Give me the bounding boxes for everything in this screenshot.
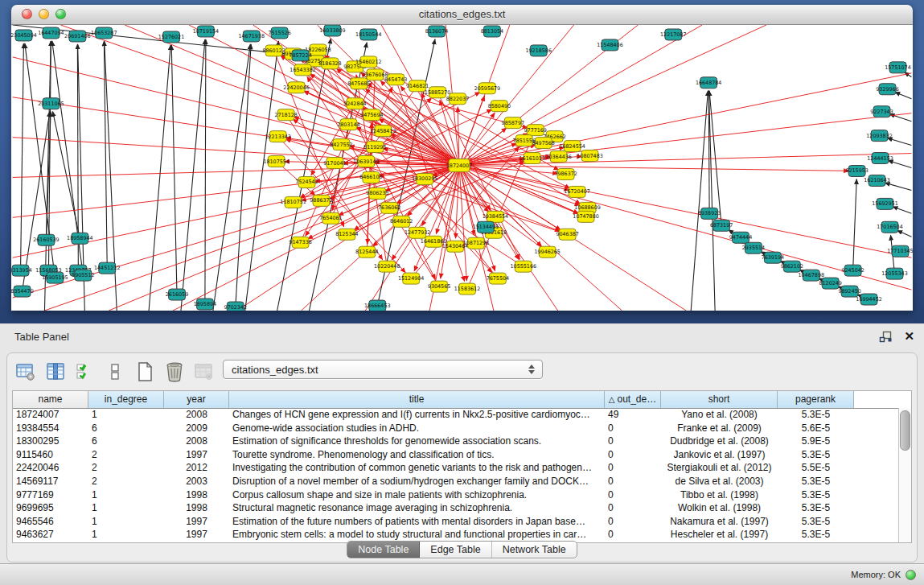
table-cell: 2	[88, 448, 164, 462]
column-header-short[interactable]: short	[661, 391, 778, 408]
graph-node-label: 12458413	[370, 128, 396, 134]
column-header-year[interactable]: year	[164, 391, 229, 408]
tab-network-table[interactable]: Network Table	[492, 542, 577, 558]
delete-table-icon[interactable]	[162, 360, 187, 383]
table-cell: 0	[605, 528, 661, 542]
table-row[interactable]: 977716911998Corpus callosum shape and si…	[13, 488, 899, 502]
table-row[interactable]: 1872400712008Changes of HCN gene express…	[13, 408, 899, 422]
table-cell: Investigating the contribution of common…	[229, 461, 605, 475]
graph-node-label: 8427552	[330, 142, 352, 148]
tab-node-table[interactable]: Node Table	[347, 542, 420, 558]
minimize-window-icon[interactable]	[39, 9, 49, 19]
table-cell: Tourette syndrome. Phenomenology and cla…	[229, 448, 605, 462]
graph-node-label: 16447094	[38, 30, 64, 36]
table-cell: 1997	[164, 528, 229, 542]
column-header-out_de[interactable]: △out_de…	[605, 391, 661, 408]
table-cell: 1	[88, 408, 164, 422]
graph-node-label: 18724007	[446, 163, 472, 169]
table-cell: 2008	[164, 408, 229, 422]
tab-edge-table[interactable]: Edge Table	[420, 542, 491, 558]
table-row[interactable]: 946554611997Estimation of the future num…	[13, 515, 899, 529]
graph-edge	[21, 43, 24, 270]
table-cell: Structural magnetic resonance image aver…	[229, 501, 605, 515]
graph-node-label: 15124904	[398, 275, 424, 282]
row-height-icon[interactable]	[103, 360, 127, 383]
table-vertical-scrollbar[interactable]	[898, 408, 911, 542]
graph-node-label: 8354470	[11, 288, 34, 295]
zoom-window-icon[interactable]	[55, 9, 66, 19]
column-header-title[interactable]: title	[229, 391, 605, 408]
table-cell: de Silva et al. (2003)	[661, 475, 778, 488]
table-cell: 5.5E-5	[778, 461, 854, 475]
table-cell: 2	[88, 475, 164, 488]
table-cell: 9777169	[13, 488, 88, 502]
show-columns-icon[interactable]	[43, 360, 68, 383]
table-cell: 5.6E-5	[778, 422, 854, 435]
graph-node-label: 16994452	[856, 296, 881, 303]
table-row[interactable]: 1830029562008Estimation of significance …	[13, 435, 899, 448]
column-header-name[interactable]: name	[13, 391, 88, 408]
table-cell: 1	[88, 528, 164, 542]
table-cell: 0	[605, 461, 661, 475]
table-selector-dropdown[interactable]: citations_edges.txt	[223, 360, 543, 379]
cytoscape-screen: citations_edges.txt 18724007886012389129…	[0, 0, 924, 585]
graph-node-label: 8938923	[698, 210, 721, 216]
table-row[interactable]: 969969511998Structural magnetic resonanc…	[13, 501, 899, 515]
graph-edge	[171, 45, 177, 295]
table-cell: 1997	[164, 448, 229, 462]
table-row[interactable]: 911546021997Tourette syndrome. Phenomeno…	[13, 448, 899, 462]
table-cell: 5.3E-5	[778, 515, 854, 529]
graph-node-label: 20364436	[545, 154, 571, 160]
graph-edge	[893, 207, 912, 214]
graph-edge	[887, 138, 911, 145]
graph-edge	[13, 166, 459, 178]
network-graph-canvas[interactable]: 1872400788601238912955182260589827503165…	[11, 25, 913, 311]
table-cell: 6	[88, 435, 164, 448]
table-settings-icon[interactable]	[14, 360, 38, 383]
table-cell: Tibbo et al. (1998)	[661, 488, 778, 502]
graph-node-label: 16210643	[864, 177, 889, 183]
close-window-icon[interactable]	[22, 9, 32, 19]
graph-node-label: 9474444	[729, 234, 752, 241]
scrollbar-thumb[interactable]	[900, 410, 910, 451]
graph-node-label: 12093832	[866, 133, 892, 139]
graph-node-label: 7515526	[268, 30, 290, 36]
graph-edge	[236, 44, 251, 307]
table-cell: 5.3E-5	[778, 501, 854, 515]
table-cell: 9465546	[13, 515, 88, 529]
new-table-icon[interactable]	[133, 360, 157, 383]
graph-node-label: 9170041	[323, 160, 346, 167]
column-header-in_degree[interactable]: in_degree	[88, 391, 164, 408]
table-row[interactable]: 1938455462009Genome-wide association stu…	[13, 422, 899, 435]
graph-node-label: 17710345	[887, 248, 913, 254]
graph-node-label: 18958944	[67, 235, 92, 241]
memory-status-label: Memory: OK	[851, 570, 901, 579]
network-window-titlebar[interactable]: citations_edges.txt	[11, 5, 913, 25]
float-panel-icon[interactable]	[879, 331, 893, 343]
column-header-pagerank[interactable]: pagerank	[778, 391, 854, 408]
graph-node-label: 12055343	[881, 270, 907, 277]
graph-node-label: 9475694	[360, 112, 383, 118]
table-row[interactable]: 946362711997Embryonic stem cells: a mode…	[13, 528, 899, 542]
graph-node-label: 10688609	[574, 204, 600, 211]
graph-edge	[888, 160, 911, 167]
table-cell: 22420046	[13, 461, 88, 475]
table-row[interactable]: 1456911722003Disruption of a novel membe…	[13, 475, 899, 488]
table-panel-titlebar: Table Panel ✕	[0, 323, 924, 352]
graph-node-label: 9147336	[289, 239, 311, 245]
graph-node-label: 2616059	[166, 291, 188, 298]
graph-edge	[205, 39, 206, 304]
graph-node-label: 9329966	[876, 86, 898, 93]
select-all-icon[interactable]	[73, 360, 97, 383]
table-header-row: namein_degreeyeartitle△out_de…shortpager…	[13, 391, 911, 409]
close-panel-icon[interactable]: ✕	[904, 330, 914, 343]
graph-node-label: 16543382	[290, 67, 315, 73]
table-cell: 18724007	[13, 408, 88, 422]
graph-node-label: 20595679	[474, 85, 500, 92]
graph-edge	[149, 45, 170, 311]
graph-edge	[329, 166, 459, 199]
table-row[interactable]: 2242004622012Investigating the contribut…	[13, 461, 899, 475]
graph-node-label: 11548406	[597, 42, 622, 48]
table-cell: 0	[605, 422, 661, 435]
graph-node-label: 9227343	[870, 109, 893, 115]
